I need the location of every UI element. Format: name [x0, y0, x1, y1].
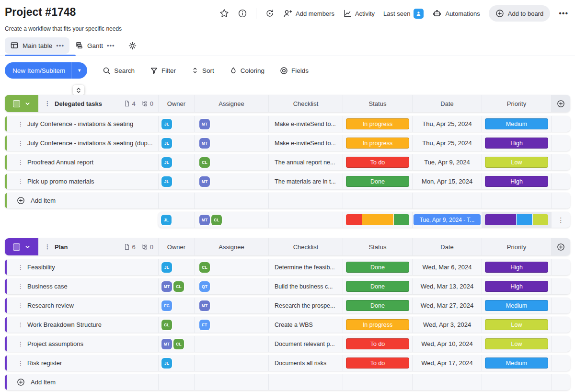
assignee-cell[interactable]: MT	[194, 173, 268, 189]
avatar-mt[interactable]: MT	[199, 215, 210, 225]
status-pill[interactable]: Done	[346, 300, 409, 311]
priority-distribution-bar[interactable]	[485, 214, 548, 225]
row-menu-icon[interactable]: ⋮	[18, 302, 22, 309]
avatar-jl[interactable]: JL	[161, 176, 172, 187]
checklist-cell[interactable]: Document relevant p...	[268, 336, 343, 352]
owner-cell[interactable]: JL	[158, 173, 194, 189]
status-pill[interactable]: Done	[346, 281, 409, 292]
avatar-jl[interactable]: JL	[161, 138, 172, 149]
row-menu-icon[interactable]: ⋮	[18, 341, 22, 347]
assignee-cell[interactable]: FT	[194, 317, 268, 333]
date-cell[interactable]: Wed, Apr 3, 2024	[412, 317, 482, 333]
row-menu-icon[interactable]: ⋮	[18, 140, 22, 147]
checklist-cell[interactable]: The annual report ne...	[268, 154, 343, 170]
owner-cell[interactable]: JL	[158, 116, 194, 132]
favorite-star-icon[interactable]	[219, 9, 229, 18]
assignee-cell[interactable]: MT	[194, 135, 268, 151]
row-menu-icon[interactable]: ⋮	[18, 121, 22, 127]
last-seen-indicator[interactable]: Last seen	[383, 9, 424, 19]
owner-cell[interactable]: JL	[158, 135, 194, 151]
status-pill[interactable]: To do	[346, 157, 409, 168]
row-menu-icon[interactable]: ⋮	[18, 159, 22, 166]
fields-button[interactable]: Fields	[280, 67, 309, 75]
status-pill[interactable]: In progress	[346, 138, 409, 149]
status-pill[interactable]: Done	[346, 176, 409, 187]
column-header-checklist[interactable]: Checklist	[268, 238, 343, 255]
date-cell[interactable]: Wed, Mar 27, 2024	[412, 298, 482, 313]
group-collapse-chevron-icon[interactable]	[25, 101, 30, 106]
assignee-cell[interactable]: QT	[194, 278, 268, 294]
avatar-cl[interactable]: CL	[199, 157, 210, 168]
assignee-cell[interactable]: MT	[194, 298, 268, 313]
board-more-menu[interactable]: •••	[559, 9, 568, 18]
column-header-assignee[interactable]: Assignee	[194, 238, 268, 255]
row-menu-icon[interactable]: ⋮	[18, 360, 22, 367]
item-name[interactable]: Pick up promo materials	[27, 178, 98, 185]
date-cell[interactable]: Tue, Apr 9, 2024	[412, 154, 482, 170]
views-settings-gear-icon[interactable]	[128, 41, 137, 50]
priority-pill[interactable]: Medium	[485, 357, 548, 369]
row-menu-icon[interactable]: ⋮	[18, 178, 22, 185]
new-item-button[interactable]: New Item/Subitem ▼	[5, 62, 87, 79]
item-name[interactable]: Research review	[27, 302, 78, 309]
column-header-assignee[interactable]: Assignee	[194, 95, 268, 112]
column-header-owner[interactable]: Owner	[158, 238, 194, 255]
add-item-row[interactable]: Add Item	[5, 374, 570, 390]
status-pill[interactable]: To do	[346, 338, 409, 349]
column-header-status[interactable]: Status	[343, 238, 412, 255]
item-name[interactable]: Business case	[27, 283, 71, 290]
assignee-cell[interactable]: CL	[194, 154, 268, 170]
owner-cell[interactable]: CL	[158, 317, 194, 333]
sort-button[interactable]: Sort	[191, 67, 214, 74]
avatar-fc[interactable]: FC	[161, 300, 172, 311]
group-drag-handle-icon[interactable]: ⋮	[45, 100, 50, 107]
owner-cell[interactable]: FC	[158, 298, 194, 313]
assignee-cell[interactable]	[194, 336, 268, 352]
owner-cell[interactable]: MTCL	[158, 336, 194, 352]
checklist-cell[interactable]: Make e-inviteSend to...	[268, 135, 343, 151]
checklist-cell[interactable]: Create a WBS	[268, 317, 343, 333]
status-pill[interactable]: In progress	[346, 319, 409, 330]
row-menu-icon[interactable]: ⋮	[18, 264, 22, 271]
summary-more-menu[interactable]: ⋮	[551, 212, 570, 228]
status-pill[interactable]: To do	[346, 357, 409, 369]
search-button[interactable]: Search	[103, 67, 135, 75]
column-header-priority[interactable]: Priority	[482, 95, 551, 112]
new-item-caret-icon[interactable]: ▼	[71, 62, 87, 79]
column-header-owner[interactable]: Owner	[158, 95, 194, 112]
avatar-jl[interactable]: JL	[161, 358, 172, 369]
item-name[interactable]: July Conference - invitations & seating	[27, 120, 137, 127]
info-icon[interactable]	[238, 9, 247, 18]
row-menu-icon[interactable]: ⋮	[18, 322, 22, 328]
add-column-button[interactable]	[551, 95, 570, 112]
date-cell[interactable]: Thu, Apr 25, 2024	[412, 116, 482, 132]
item-name[interactable]: Work Breakdown Structure	[27, 321, 105, 328]
status-pill[interactable]: Done	[346, 262, 409, 273]
priority-pill[interactable]: Medium	[485, 300, 548, 311]
item-name[interactable]: Feasibility	[27, 264, 59, 271]
priority-pill[interactable]: Low	[485, 338, 548, 349]
column-header-priority[interactable]: Priority	[482, 238, 551, 255]
checklist-cell[interactable]: The materials are in t...	[268, 173, 343, 189]
avatar-mt[interactable]: MT	[199, 176, 210, 187]
assignee-cell[interactable]: MT	[194, 116, 268, 132]
avatar-ft[interactable]: FT	[199, 320, 210, 330]
filter-button[interactable]: Filter	[150, 67, 176, 75]
add-members-button[interactable]: Add members	[283, 9, 334, 18]
group-drag-handle-icon[interactable]: ⋮	[45, 243, 50, 250]
owner-cell[interactable]: JL	[158, 154, 194, 170]
add-to-board-button[interactable]: Add to board	[489, 5, 550, 22]
column-header-date[interactable]: Date	[412, 95, 482, 112]
avatar-cl[interactable]: CL	[173, 339, 184, 349]
avatar-cl[interactable]: CL	[199, 262, 210, 273]
checklist-cell[interactable]: Build the business c...	[268, 278, 343, 294]
avatar-cl[interactable]: CL	[161, 320, 172, 330]
group-select-checkbox[interactable]	[13, 243, 20, 251]
column-header-status[interactable]: Status	[343, 95, 412, 112]
avatar-jl[interactable]: JL	[161, 119, 172, 129]
priority-pill[interactable]: High	[485, 262, 548, 273]
avatar-jl[interactable]: JL	[161, 215, 172, 225]
avatar-jl[interactable]: JL	[161, 262, 172, 273]
date-cell[interactable]: Thu, Apr 25, 2024	[412, 135, 482, 151]
priority-pill[interactable]: Low	[485, 157, 548, 168]
